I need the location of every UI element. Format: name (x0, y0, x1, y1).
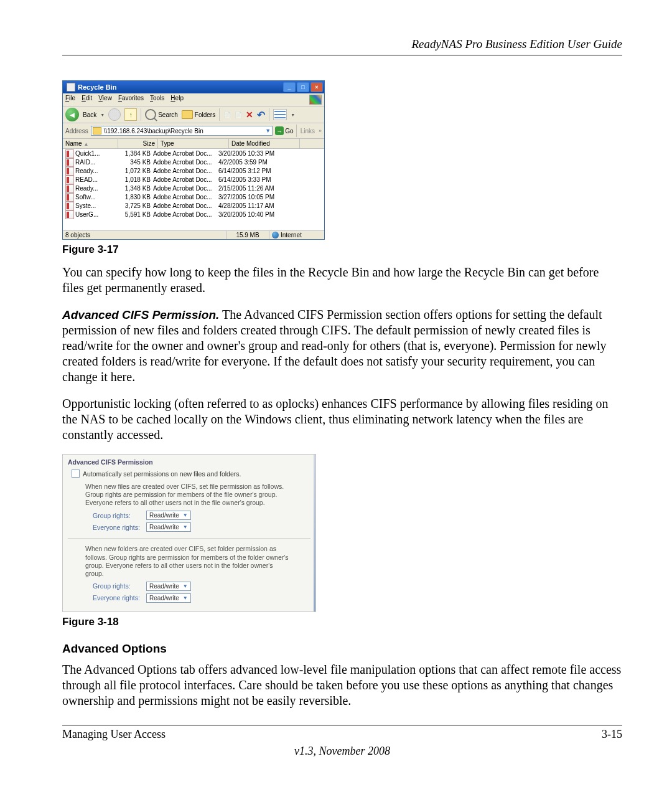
file-row[interactable]: READ...1,018 KBAdobe Acrobat Doc...6/14/… (63, 176, 324, 184)
minimize-button[interactable]: _ (283, 82, 296, 92)
page-footer: Managing User Access 3-15 (62, 725, 622, 741)
status-zone: Internet (269, 231, 324, 239)
pdf-icon (65, 202, 74, 210)
address-input[interactable]: \\192.168.6.243\backup\Recycle Bin ▼ (91, 126, 273, 136)
up-folder-button[interactable]: ↑ (124, 108, 137, 121)
file-row[interactable]: UserG...5,591 KBAdobe Acrobat Doc...3/20… (63, 210, 324, 219)
file-row[interactable]: Softw...1,830 KBAdobe Acrobat Doc...3/27… (63, 193, 324, 202)
figure-18-caption: Figure 3-18 (62, 616, 622, 628)
address-label: Address (65, 128, 88, 134)
files-desc: When new files are created over CIFS, se… (85, 483, 291, 507)
file-name: Softw... (75, 193, 116, 202)
file-date: 3/20/2005 10:40 PM (218, 210, 287, 219)
address-text: \\192.168.6.243\backup\Recycle Bin (104, 128, 263, 134)
col-date[interactable]: Date Modified (229, 139, 300, 148)
pdf-icon (65, 193, 74, 202)
file-type: Adobe Acrobat Doc... (153, 210, 218, 219)
search-button[interactable]: Search (145, 109, 178, 120)
file-date: 3/20/2005 10:33 PM (218, 149, 287, 158)
file-group-label: Group rights: (93, 512, 142, 519)
pdf-icon (65, 176, 74, 184)
file-date: 6/14/2005 3:12 PM (218, 167, 287, 176)
close-button[interactable]: × (310, 82, 323, 92)
pdf-icon (65, 149, 74, 158)
paragraph-advanced-options: The Advanced Options tab offers advanced… (62, 662, 622, 709)
links-chevron-icon[interactable]: » (319, 128, 322, 134)
file-group-select[interactable]: Read/write▼ (146, 511, 191, 520)
address-bar: Address \\192.168.6.243\backup\Recycle B… (63, 123, 324, 139)
go-arrow-icon: → (275, 126, 284, 135)
back-dropdown-icon[interactable]: ▼ (100, 113, 105, 117)
file-size: 3,725 KB (116, 202, 153, 210)
file-list: Quick1...1,384 KBAdobe Acrobat Doc...3/2… (63, 149, 324, 230)
file-type: Adobe Acrobat Doc... (153, 184, 218, 193)
globe-icon (272, 232, 279, 238)
file-everyone-label: Everyone rights: (93, 524, 142, 531)
status-size: 15.9 MB (226, 231, 269, 239)
col-size[interactable]: Size (118, 139, 158, 148)
file-size: 1,384 KB (116, 149, 153, 158)
file-type: Adobe Acrobat Doc... (153, 202, 218, 210)
file-type: Adobe Acrobat Doc... (153, 193, 218, 202)
menu-view[interactable]: View (98, 95, 112, 105)
file-date: 3/27/2005 10:05 PM (218, 193, 287, 202)
address-dropdown-icon[interactable]: ▼ (265, 128, 271, 134)
status-bar: 8 objects 15.9 MB Internet (63, 230, 324, 239)
menu-tools[interactable]: Tools (150, 95, 164, 105)
search-icon (145, 109, 156, 120)
menu-edit[interactable]: Edit (82, 95, 92, 105)
move-to-icon: 📄 (223, 111, 231, 118)
paragraph-cifs-1: Advanced CIFS Permission. The Advanced C… (62, 307, 622, 385)
toolbar: ◄ Back ▼ ↑ Search Folders 📄 📄 ✕ ↶ ▼ (63, 106, 324, 123)
figure-17-caption: Figure 3-17 (62, 243, 622, 256)
file-everyone-select[interactable]: Read/write▼ (146, 522, 191, 532)
pdf-icon (65, 184, 74, 193)
forward-button[interactable] (108, 108, 121, 121)
menu-help[interactable]: Help (170, 95, 184, 105)
delete-button[interactable]: ✕ (246, 110, 253, 120)
maximize-button[interactable]: □ (297, 82, 309, 92)
col-type[interactable]: Type (158, 139, 229, 148)
file-name: Ready... (75, 167, 116, 176)
go-button[interactable]: → Go (275, 126, 293, 135)
file-name: Syste... (75, 202, 116, 210)
auto-set-checkbox[interactable] (72, 470, 80, 478)
file-size: 1,018 KB (116, 176, 153, 184)
folder-group-select[interactable]: Read/write▼ (146, 582, 191, 591)
status-objects: 8 objects (63, 231, 226, 239)
file-row[interactable]: RAID...345 KBAdobe Acrobat Doc...4/2/200… (63, 158, 324, 167)
file-date: 4/2/2005 3:59 PM (218, 158, 287, 167)
file-row[interactable]: Quick1...1,384 KBAdobe Acrobat Doc...3/2… (63, 149, 324, 158)
column-headers: Name ▲ Size Type Date Modified (63, 139, 324, 149)
menu-favorites[interactable]: Favorites (118, 95, 144, 105)
advanced-options-heading: Advanced Options (62, 642, 622, 656)
views-button[interactable] (273, 109, 287, 120)
col-name[interactable]: Name ▲ (63, 139, 118, 148)
menu-file[interactable]: File (65, 95, 75, 105)
file-row[interactable]: Syste...3,725 KBAdobe Acrobat Doc...4/28… (63, 202, 324, 210)
cifs-permission-panel: Advanced CIFS Permission Automatically s… (62, 454, 316, 612)
file-name: READ... (75, 176, 116, 184)
folders-button[interactable]: Folders (182, 110, 215, 119)
file-name: Ready... (75, 184, 116, 193)
recycle-bin-window: Recycle Bin _ □ × File Edit View Favorit… (62, 80, 325, 240)
undo-button[interactable]: ↶ (257, 109, 265, 121)
file-size: 1,348 KB (116, 184, 153, 193)
links-label[interactable]: Links (299, 128, 316, 134)
folder-everyone-select[interactable]: Read/write▼ (146, 593, 191, 603)
folder-group-label: Group rights: (93, 582, 142, 590)
search-label: Search (158, 111, 178, 118)
file-size: 1,830 KB (116, 193, 153, 202)
file-row[interactable]: Ready...1,072 KBAdobe Acrobat Doc...6/14… (63, 167, 324, 176)
window-titlebar: Recycle Bin _ □ × (63, 81, 324, 93)
paragraph-oplocks: Opportunistic locking (often referred to… (62, 396, 622, 443)
go-label: Go (285, 128, 293, 134)
file-name: UserG... (75, 210, 116, 219)
back-button[interactable]: ◄ (65, 108, 79, 121)
file-row[interactable]: Ready...1,348 KBAdobe Acrobat Doc...2/15… (63, 184, 324, 193)
views-dropdown-icon[interactable]: ▼ (291, 113, 295, 117)
menu-bar: File Edit View Favorites Tools Help (63, 93, 324, 106)
back-label: Back (83, 111, 96, 118)
window-title: Recycle Bin (78, 83, 282, 91)
pdf-icon (65, 158, 74, 167)
